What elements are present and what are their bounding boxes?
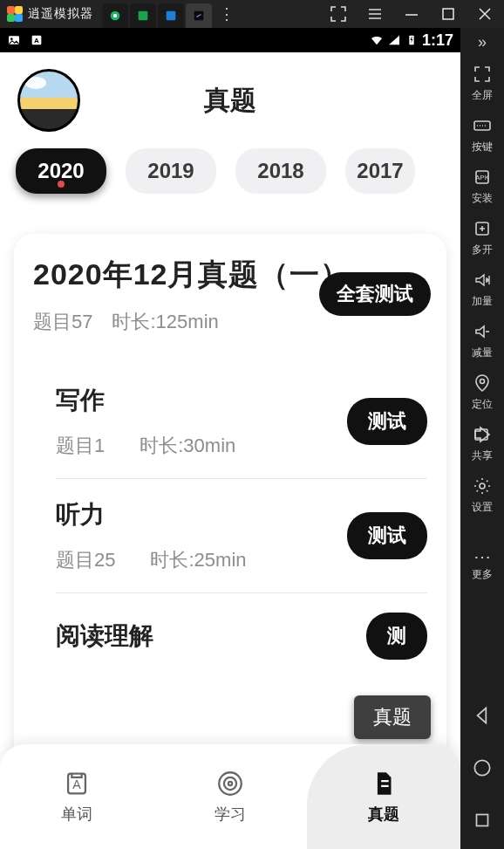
android-nav-buttons — [471, 704, 494, 832]
voldown-icon — [472, 321, 493, 342]
emulator-tab-3[interactable] — [158, 3, 184, 28]
emulator-more-tabs-icon[interactable]: ⋮ — [219, 4, 236, 24]
svg-point-12 — [480, 483, 485, 489]
bottom-nav-study[interactable]: 学习 — [153, 744, 307, 849]
year-tabs: 2020 2019 2018 2017 — [0, 148, 460, 208]
year-tab-2017[interactable]: 2017 — [345, 148, 415, 194]
status-time: 1:17 — [422, 31, 453, 50]
app-header: 真题 — [0, 52, 460, 148]
status-image-icon — [7, 33, 21, 47]
paper-card: 2020年12月真题（一） 全套测试 题目57 时长:125min 写作 题目1… — [14, 234, 446, 766]
side-install[interactable]: APK 安装 — [460, 167, 504, 206]
emulator-logo-icon — [7, 6, 23, 22]
side-label: 减量 — [472, 346, 493, 360]
phone-screen: A 1:17 真题 2020 2019 2018 2017 2020年12月真题… — [0, 28, 460, 849]
emulator-menu-icon[interactable] — [364, 3, 385, 24]
bottom-nav-words[interactable]: A 单词 — [0, 744, 153, 849]
battery-charging-icon — [405, 33, 419, 47]
target-icon — [215, 769, 245, 798]
section-qcount: 题目1 — [56, 433, 105, 459]
exam-icon — [369, 769, 398, 798]
svg-rect-3 — [167, 11, 176, 21]
side-more[interactable]: ⋯ 更多 — [460, 529, 504, 582]
svg-point-23 — [224, 777, 236, 790]
section-name: 写作 — [56, 384, 347, 417]
year-tab-2020[interactable]: 2020 — [16, 148, 106, 194]
android-home-button[interactable] — [471, 757, 494, 779]
section-listening: 听力 题目25 时长:25min 测试 — [56, 478, 427, 592]
section-duration: 时长:30min — [140, 433, 235, 459]
bottom-nav-label: 学习 — [215, 804, 246, 825]
book-icon: A — [62, 769, 92, 798]
apk-icon: APK — [472, 167, 493, 188]
svg-point-13 — [474, 760, 489, 775]
year-label: 2018 — [257, 159, 303, 183]
section-qcount: 题目25 — [56, 547, 115, 573]
side-voldown[interactable]: 减量 — [460, 321, 504, 360]
emulator-close-button[interactable] — [474, 3, 495, 24]
bottom-nav-label: 单词 — [61, 804, 92, 825]
side-volup[interactable]: 加量 — [460, 270, 504, 309]
svg-point-22 — [219, 772, 242, 795]
emulator-maximize-button[interactable] — [438, 3, 459, 24]
android-recents-button[interactable] — [471, 809, 494, 832]
section-name: 听力 — [56, 498, 347, 531]
side-label: 定位 — [472, 397, 493, 412]
android-back-button[interactable] — [471, 704, 494, 727]
fullscreen-icon — [472, 64, 493, 85]
svg-rect-14 — [477, 815, 488, 826]
avatar[interactable] — [17, 69, 80, 132]
section-list: 写作 题目1 时长:30min 测试 听力 题目25 时长:25min — [33, 365, 427, 679]
section-test-button[interactable]: 测试 — [347, 512, 427, 559]
app-root: 真题 2020 2019 2018 2017 2020年12月真题（一） 全套测… — [0, 52, 460, 849]
side-label: 设置 — [472, 500, 493, 515]
keyboard-icon — [472, 115, 493, 136]
emulator-minimize-button[interactable] — [401, 3, 422, 24]
multi-icon — [472, 218, 493, 239]
paper-duration: 时长:125min — [112, 309, 218, 335]
bottom-nav-exam[interactable]: 真题 — [307, 744, 460, 849]
section-reading: 阅读理解 测 — [56, 592, 427, 679]
side-keymap[interactable]: 按键 — [460, 115, 504, 154]
section-writing: 写作 题目1 时长:30min 测试 — [56, 365, 427, 478]
android-statusbar: A 1:17 — [0, 28, 460, 52]
emulator-tab-4-active[interactable] — [186, 3, 212, 28]
svg-point-10 — [480, 380, 485, 384]
side-location[interactable]: 定位 — [460, 373, 504, 412]
side-label: 共享 — [472, 448, 493, 463]
svg-point-24 — [228, 782, 232, 785]
year-tab-2019[interactable]: 2019 — [126, 148, 216, 194]
side-share[interactable]: 共享 — [460, 424, 504, 463]
side-fullscreen[interactable]: 全屏 — [460, 64, 504, 103]
emulator-tab-2[interactable] — [130, 3, 156, 28]
side-label: 按键 — [472, 140, 493, 154]
side-label: 加量 — [472, 294, 493, 309]
paper-qcount: 题目57 — [33, 309, 92, 335]
emulator-fullscreen-icon[interactable] — [328, 3, 349, 24]
emulator-titlebar: 逍遥模拟器 ⋮ — [0, 0, 504, 28]
section-name: 阅读理解 — [56, 620, 366, 653]
bottom-nav-label: 真题 — [368, 804, 399, 825]
svg-rect-1 — [113, 14, 117, 17]
share-icon — [472, 424, 493, 445]
svg-text:APK: APK — [475, 174, 490, 181]
volup-icon — [472, 270, 493, 291]
emulator-side-panel: » 全屏 按键 APK 安装 多开 加量 减量 定位 共享 设置 ⋯ 更多 — [460, 28, 504, 849]
section-test-button[interactable]: 测 — [366, 613, 427, 660]
side-label: 更多 — [472, 567, 493, 582]
year-label: 2020 — [37, 159, 84, 183]
status-a-icon: A — [30, 33, 44, 47]
side-settings[interactable]: 设置 — [460, 476, 504, 515]
location-icon — [472, 373, 493, 394]
toast: 真题 — [354, 695, 431, 739]
emulator-tab-1[interactable] — [102, 3, 128, 28]
emulator-title: 逍遥模拟器 — [28, 6, 93, 22]
full-test-button[interactable]: 全套测试 — [319, 272, 431, 316]
signal-icon — [387, 33, 401, 47]
section-duration: 时长:25min — [150, 547, 246, 573]
settings-icon — [472, 476, 493, 496]
side-multi[interactable]: 多开 — [460, 218, 504, 257]
section-test-button[interactable]: 测试 — [347, 398, 427, 445]
side-collapse-icon[interactable]: » — [478, 33, 487, 51]
year-tab-2018[interactable]: 2018 — [235, 148, 326, 194]
